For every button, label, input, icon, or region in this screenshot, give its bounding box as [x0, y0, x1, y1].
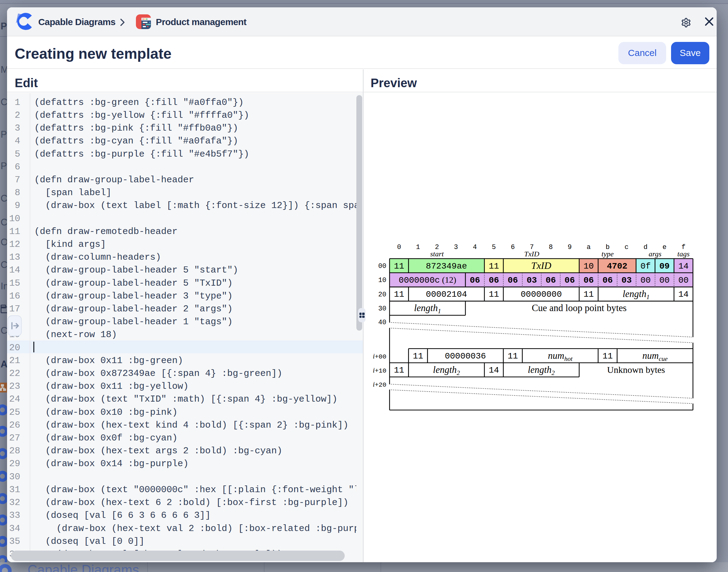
svg-text:numcue: numcue	[642, 350, 668, 362]
svg-text:11: 11	[603, 351, 613, 361]
svg-text:03: 03	[621, 276, 632, 285]
svg-text:tags: tags	[677, 250, 689, 258]
svg-text:00: 00	[378, 263, 386, 270]
svg-text:09: 09	[659, 262, 670, 271]
svg-text:11: 11	[413, 351, 423, 361]
svg-text:8: 8	[549, 243, 553, 251]
svg-text:872349ae: 872349ae	[426, 262, 467, 271]
svg-text:d: d	[644, 243, 648, 251]
svg-text:numhot: numhot	[548, 350, 573, 362]
svg-text:e: e	[663, 243, 666, 251]
svg-text:5: 5	[492, 243, 496, 251]
svg-text:6: 6	[511, 243, 514, 251]
svg-text:11: 11	[507, 351, 518, 361]
svg-text:00: 00	[641, 276, 651, 285]
svg-text:10: 10	[584, 262, 594, 271]
svg-text:11: 11	[584, 290, 594, 299]
svg-text:9: 9	[567, 243, 571, 251]
svg-text:i+20: i+20	[373, 380, 386, 388]
svg-text:11: 11	[394, 365, 405, 375]
svg-text:i+00: i+00	[373, 352, 386, 360]
svg-text:40: 40	[378, 319, 386, 327]
svg-text:06: 06	[507, 276, 518, 285]
svg-text:1: 1	[416, 243, 420, 251]
svg-text:TxID: TxID	[524, 250, 539, 258]
svg-text:a: a	[587, 243, 591, 251]
svg-text:11: 11	[394, 290, 405, 299]
svg-text:00002104: 00002104	[426, 290, 467, 299]
svg-text:type: type	[602, 250, 614, 258]
svg-text:06: 06	[584, 276, 594, 285]
svg-text:20: 20	[378, 291, 386, 298]
svg-text:4702: 4702	[607, 262, 627, 271]
svg-text:length2: length2	[433, 364, 460, 376]
svg-text:0f: 0f	[641, 262, 651, 271]
svg-text:11: 11	[394, 262, 405, 271]
svg-text:length2: length2	[528, 364, 555, 376]
svg-text:14: 14	[489, 365, 499, 375]
svg-text:06: 06	[564, 276, 575, 285]
svg-text:00000036: 00000036	[445, 351, 486, 361]
svg-text:length1: length1	[414, 302, 441, 315]
svg-text:TxID: TxID	[531, 260, 551, 271]
svg-text:00000000: 00000000	[521, 290, 562, 299]
svg-text:start: start	[430, 250, 444, 258]
svg-text:06: 06	[546, 276, 556, 285]
svg-text:0: 0	[397, 243, 401, 251]
svg-text:Cue and loop point bytes: Cue and loop point bytes	[532, 302, 627, 313]
svg-text:06: 06	[489, 276, 499, 285]
svg-text:06: 06	[470, 276, 480, 285]
svg-text:14: 14	[678, 262, 689, 271]
svg-text:c: c	[624, 243, 628, 251]
svg-text:11: 11	[489, 262, 499, 271]
svg-text:length1: length1	[623, 288, 650, 301]
svg-text:00: 00	[678, 276, 689, 285]
svg-text:4: 4	[473, 243, 477, 251]
svg-text:args: args	[649, 250, 662, 258]
svg-text:30: 30	[378, 305, 386, 312]
svg-text:Unknown bytes: Unknown bytes	[607, 365, 665, 375]
svg-text:06: 06	[603, 276, 613, 285]
svg-text:11: 11	[489, 290, 499, 299]
svg-text:0000000c (12): 0000000c (12)	[399, 275, 456, 285]
svg-text:3: 3	[454, 243, 458, 251]
svg-text:03: 03	[527, 276, 537, 285]
svg-text:i+10: i+10	[373, 366, 386, 374]
svg-text:10: 10	[378, 277, 386, 284]
svg-text:00: 00	[659, 276, 670, 285]
svg-text:14: 14	[678, 290, 689, 299]
